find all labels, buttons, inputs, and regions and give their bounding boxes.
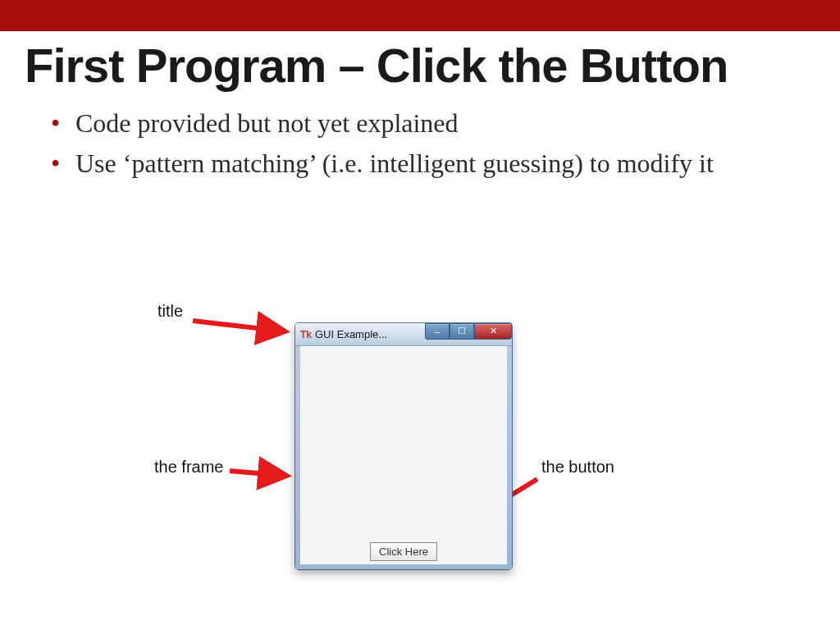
diagram-area: title the frame the button Tk GUI Exampl…: [131, 289, 697, 584]
window-titlebar: Tk GUI Example... – ☐ ✕: [295, 323, 512, 346]
click-here-button[interactable]: Click Here: [370, 542, 437, 561]
close-button[interactable]: ✕: [474, 323, 512, 340]
gui-window: Tk GUI Example... – ☐ ✕ Click Here: [295, 323, 512, 569]
bullet-2: Use ‘pattern matching’ (i.e. intelligent…: [57, 146, 807, 181]
bullet-list: Code provided but not yet explained Use …: [33, 106, 807, 181]
slide-title: First Program – Click the Button: [25, 38, 815, 93]
window-client-area: Click Here: [295, 346, 512, 569]
window-title-text: GUI Example...: [315, 328, 425, 340]
maximize-button[interactable]: ☐: [450, 323, 474, 340]
svg-line-1: [193, 321, 285, 331]
bullet-1: Code provided but not yet explained: [57, 106, 807, 141]
window-controls: – ☐ ✕: [425, 323, 512, 340]
svg-line-2: [230, 471, 287, 476]
tk-icon: Tk: [300, 329, 312, 340]
minimize-button[interactable]: –: [425, 323, 450, 340]
accent-bar: [0, 0, 840, 31]
